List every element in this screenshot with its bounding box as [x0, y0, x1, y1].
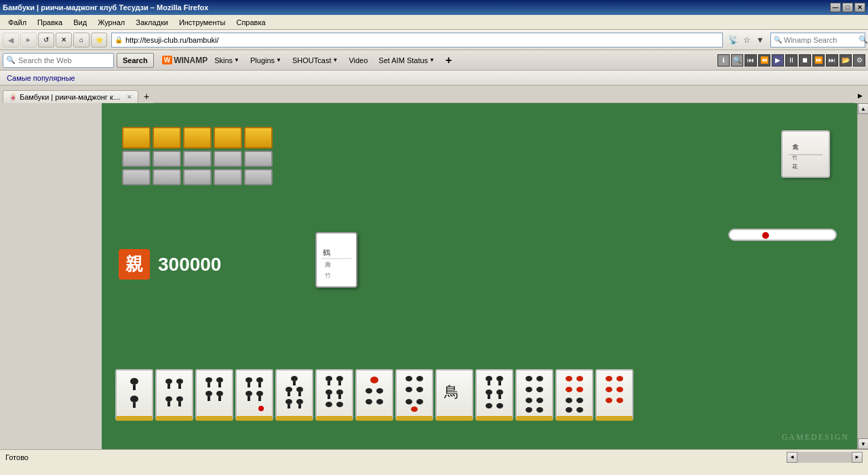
- opp-tile-gray: [214, 169, 242, 185]
- forward-button[interactable]: ►: [20, 33, 37, 48]
- hand-tile-9[interactable]: 鳥: [435, 369, 473, 421]
- tile-col-5: [244, 127, 273, 185]
- svg-text:竹: 竹: [325, 272, 331, 279]
- hand-tile-1[interactable]: [115, 369, 153, 421]
- hand-tile-4[interactable]: [235, 369, 273, 421]
- svg-point-58: [366, 388, 372, 394]
- bookmarked-button[interactable]: ⭐: [91, 33, 107, 48]
- minimize-button[interactable]: —: [830, 3, 841, 12]
- stop-icon[interactable]: ⏹: [799, 54, 811, 66]
- hand-tile-6[interactable]: [315, 369, 353, 421]
- scroll-down-button[interactable]: ▼: [858, 438, 868, 449]
- tile-col-4: [214, 127, 242, 185]
- winamp-menu-video[interactable]: Video: [344, 55, 372, 66]
- hand-tile-7[interactable]: [355, 369, 393, 421]
- menu-bookmarks[interactable]: Закладки: [130, 17, 174, 28]
- menu-bar: Файл Правка Вид Журнал Закладки Инструме…: [0, 15, 868, 30]
- menu-view[interactable]: Вид: [68, 17, 92, 28]
- svg-rect-17: [167, 402, 170, 406]
- skins-arrow: ▼: [234, 57, 239, 63]
- svg-point-52: [336, 390, 343, 395]
- search-input[interactable]: [18, 56, 113, 64]
- hand-tile-10[interactable]: [475, 369, 513, 421]
- new-tab-button[interactable]: +: [140, 90, 153, 103]
- center-drawn-tile[interactable]: 鶴 壽 竹: [315, 232, 357, 288]
- winamp-search-input[interactable]: [784, 36, 859, 44]
- menu-tools[interactable]: Инструменты: [174, 17, 231, 28]
- winamp-menu-aim[interactable]: Set AIM Status▼: [374, 55, 439, 66]
- rss-icon[interactable]: 📡: [727, 34, 739, 46]
- open-icon[interactable]: 📂: [840, 54, 852, 66]
- ffwd-icon[interactable]: ⏩: [812, 54, 825, 66]
- opp-tile: [122, 127, 151, 149]
- next-icon[interactable]: ⏭: [826, 54, 838, 66]
- winamp-add-tab[interactable]: +: [441, 53, 456, 68]
- tab-label: Бамбуки | риичи-маджонг клуб Те...: [20, 93, 124, 101]
- active-tab[interactable]: 🀄 Бамбуки | риичи-маджонг клуб Те... ✕: [3, 90, 138, 103]
- parent-kanji-badge: 親: [119, 249, 150, 280]
- pause-icon[interactable]: ⏸: [785, 54, 797, 66]
- stop-button[interactable]: ✕: [56, 33, 72, 48]
- menu-history[interactable]: Журнал: [92, 17, 130, 28]
- hand-tile-13[interactable]: [595, 369, 633, 421]
- reload-button[interactable]: ↺: [38, 33, 54, 48]
- svg-point-26: [216, 391, 223, 396]
- bookmark-popular[interactable]: Самые популярные: [3, 73, 79, 83]
- svg-point-67: [416, 399, 423, 404]
- rewind-icon[interactable]: ⏪: [758, 54, 770, 66]
- search-button[interactable]: Search: [117, 53, 154, 68]
- hand-tile-12[interactable]: [555, 369, 593, 421]
- bookmark-manage-icon[interactable]: ▼: [754, 34, 766, 46]
- svg-point-56: [336, 402, 343, 407]
- svg-rect-25: [208, 396, 210, 401]
- winamp-search-icon: 🔍: [774, 36, 782, 43]
- address-input[interactable]: [125, 36, 719, 44]
- settings-icon[interactable]: ⚙: [853, 54, 865, 66]
- scrollbar-vertical: ▲ ▼: [857, 103, 868, 449]
- svg-point-39: [285, 387, 292, 392]
- svg-rect-19: [178, 402, 181, 406]
- tile-col-3: [183, 127, 212, 185]
- winamp-menu-plugins[interactable]: Plugins▼: [246, 55, 285, 66]
- hand-tile-5[interactable]: [275, 369, 313, 421]
- scroll-right-button[interactable]: ►: [852, 452, 863, 463]
- search2-icon[interactable]: 🔍: [731, 54, 743, 66]
- svg-point-36: [258, 406, 264, 411]
- menu-edit[interactable]: Правка: [32, 17, 68, 28]
- hand-tile-11[interactable]: [515, 369, 553, 421]
- progress-bar: [728, 229, 837, 241]
- maximize-button[interactable]: □: [842, 3, 853, 12]
- info-icon[interactable]: ℹ: [717, 54, 730, 66]
- star-icon[interactable]: ☆: [741, 34, 753, 46]
- winamp-menu-shoutcast[interactable]: SHOUTcast▼: [288, 55, 342, 66]
- scroll-left-button[interactable]: ◄: [787, 452, 797, 463]
- progress-indicator: [762, 232, 769, 239]
- svg-point-24: [205, 391, 212, 396]
- opp-tile: [244, 127, 273, 149]
- prev-icon[interactable]: ⏮: [745, 54, 757, 66]
- hand-tile-2[interactable]: [155, 369, 193, 421]
- back-button[interactable]: ◄: [3, 33, 19, 48]
- scroll-up-button[interactable]: ▲: [858, 103, 868, 114]
- tab-bar: 🀄 Бамбуки | риичи-маджонг клуб Те... ✕ +…: [0, 86, 868, 103]
- svg-point-48: [336, 376, 343, 381]
- close-button[interactable]: ✕: [854, 3, 865, 12]
- tab-scroll-right[interactable]: ▶: [854, 88, 865, 103]
- svg-point-75: [496, 390, 503, 395]
- menu-help[interactable]: Справка: [231, 17, 271, 28]
- svg-point-87: [536, 407, 543, 413]
- menu-file[interactable]: Файл: [3, 17, 32, 28]
- title-bar: Бамбуки | риичи-маджонг клуб Тесудзи – M…: [0, 0, 868, 15]
- tab-close-button[interactable]: ✕: [127, 94, 132, 100]
- svg-point-68: [411, 406, 418, 412]
- svg-rect-49: [328, 381, 330, 385]
- svg-point-47: [326, 376, 332, 381]
- home-button[interactable]: ⌂: [73, 33, 90, 48]
- winamp-logo: W WINAMP: [162, 56, 208, 65]
- winamp-menu-skins[interactable]: Skins▼: [210, 55, 243, 66]
- winamp-search-go[interactable]: 🔍: [859, 35, 868, 44]
- play-icon[interactable]: ▶: [772, 54, 784, 66]
- svg-point-70: [486, 376, 492, 381]
- hand-tile-3[interactable]: [195, 369, 233, 421]
- hand-tile-8[interactable]: [395, 369, 433, 421]
